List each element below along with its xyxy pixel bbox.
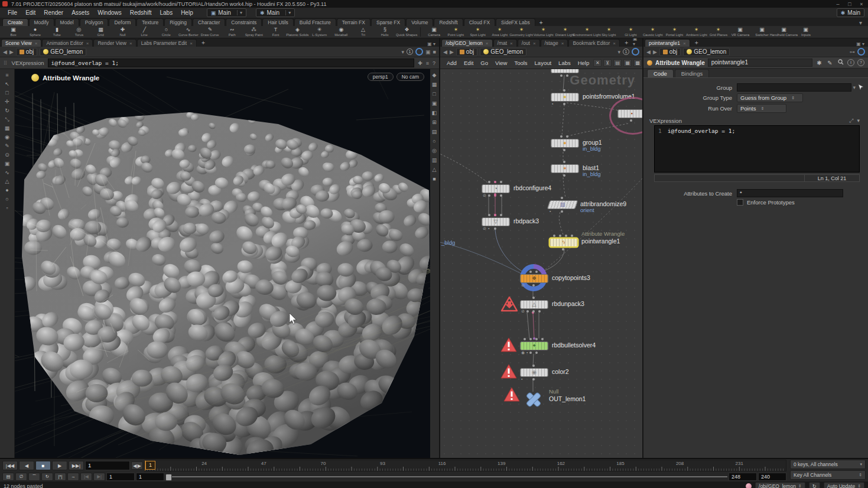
- frame-step-buttons[interactable]: ◀|▶: [131, 461, 143, 470]
- close-icon[interactable]: ×: [35, 41, 38, 46]
- context-dropdown[interactable]: /obj/GEO_lemon ⇕: [755, 482, 805, 488]
- global-end-field[interactable]: 240: [758, 473, 786, 481]
- output-connector[interactable]: [563, 103, 565, 105]
- node-color2[interactable]: ◉color2▪: [520, 368, 548, 377]
- input-connector[interactable]: [535, 271, 538, 273]
- forward-icon[interactable]: ▶: [450, 49, 454, 55]
- path-node-chip[interactable]: GEO_lemon: [40, 48, 86, 56]
- tab-render-view[interactable]: Render View×: [93, 39, 136, 47]
- node-body[interactable]: ✶: [551, 164, 579, 173]
- tab-code[interactable]: Code: [647, 69, 674, 77]
- output-connector[interactable]: [538, 310, 541, 313]
- tool-area-light[interactable]: ✶Area Light: [489, 27, 511, 37]
- pane-menu-icon[interactable]: ▣ ▾: [633, 38, 641, 47]
- output-connector[interactable]: [562, 248, 564, 250]
- output-connector[interactable]: [561, 210, 563, 213]
- node-body[interactable]: ◔: [482, 184, 510, 193]
- net-menu-view[interactable]: View: [492, 59, 510, 67]
- input-connector[interactable]: [532, 365, 535, 367]
- follow-playhead-button[interactable]: ▤: [2, 473, 14, 481]
- menu-redshift[interactable]: Redshift: [126, 9, 156, 17]
- input-connector[interactable]: [535, 338, 538, 340]
- output-connector[interactable]: [532, 378, 535, 380]
- toolbar-icon[interactable]: ✕: [593, 59, 602, 67]
- info-icon[interactable]: i: [847, 59, 854, 66]
- shelf-tab-hair-utils[interactable]: Hair Utils: [262, 18, 293, 26]
- node-body[interactable]: △: [520, 300, 548, 309]
- range-left-button[interactable]: |◀: [80, 473, 92, 481]
- path-dropdown-icon[interactable]: ▾: [402, 49, 405, 55]
- tool-point-light[interactable]: ✶Point Light: [445, 27, 467, 37]
- path-root-chip[interactable]: obj: [456, 48, 477, 56]
- node-rbdunpack3[interactable]: △rbdunpack3⊘▪: [520, 300, 548, 309]
- close-icon[interactable]: ×: [613, 41, 616, 46]
- viewport-display-icon-10[interactable]: △: [433, 167, 437, 173]
- viewport-tool-icon-1[interactable]: ↖: [5, 82, 9, 87]
- tool-circle[interactable]: ○Circle: [155, 27, 177, 37]
- close-icon[interactable]: ×: [86, 41, 89, 46]
- shelf-tab-rigging[interactable]: Rigging: [164, 18, 192, 26]
- tool-vr-camera[interactable]: ▣VR Camera: [729, 27, 751, 37]
- tool-inputs[interactable]: ▣Inputs: [795, 27, 817, 37]
- net-menu-add[interactable]: Add: [444, 59, 460, 67]
- viewport-tool-icon-11[interactable]: ∿: [5, 170, 9, 175]
- audio-button[interactable]: ∅: [15, 473, 27, 481]
- viewport-display-icon-0[interactable]: ◆: [433, 73, 437, 78]
- tool-sky-light[interactable]: ✶Sky Light: [598, 27, 620, 37]
- camera-select-pill[interactable]: No cam: [396, 73, 424, 81]
- tab-animation-editor[interactable]: Animation Editor×: [42, 39, 93, 47]
- jump-start-button[interactable]: |◀◀: [2, 461, 18, 470]
- node-blast1[interactable]: ✶blast1in_bldg: [551, 164, 579, 173]
- node-name-field[interactable]: pointwrangle1: [708, 58, 812, 67]
- input-connector[interactable]: [560, 135, 563, 138]
- viewport-3d[interactable]: Attribute Wrangle persp1 No cam: [15, 69, 429, 458]
- path-root-chip[interactable]: obj: [16, 48, 37, 56]
- shelf-tab-cloud-fx[interactable]: Cloud FX: [464, 18, 495, 26]
- snapshot-icon[interactable]: 1: [623, 48, 629, 55]
- output-connector[interactable]: [532, 310, 535, 313]
- node-pointsfromvolume1[interactable]: ●pointsfromvolume1▪: [551, 93, 579, 102]
- stop-button[interactable]: ■: [35, 461, 51, 470]
- tool-sphere[interactable]: ●Sphere: [24, 27, 46, 37]
- tool-box[interactable]: ▣Box: [2, 27, 24, 37]
- viewport-display-icon-6[interactable]: ▤: [432, 129, 437, 135]
- tool-path[interactable]: ∾Path: [221, 27, 243, 37]
- viewport-tool-icon-4[interactable]: ↻: [5, 108, 9, 113]
- integer-frames-button[interactable]: |*|: [54, 473, 66, 481]
- pane-menu-icon[interactable]: ▣ ▾: [856, 41, 867, 47]
- timeline-ruler[interactable]: 1 24477093116139162185208231: [144, 460, 786, 471]
- editor-search-field[interactable]: [654, 174, 805, 182]
- node-flag-badge[interactable]: ⊘: [521, 283, 525, 288]
- net-menu-help[interactable]: Help: [575, 59, 593, 67]
- node-rbdpack3[interactable]: ▽rbdpack3⊘▪: [482, 217, 510, 226]
- keys-summary-dropdown[interactable]: 0 keys, All channels ▾: [790, 460, 866, 469]
- group-type-select[interactable]: Guess from Group ⇕: [737, 93, 803, 102]
- group-input[interactable]: [737, 83, 851, 92]
- tab-bookmark-editor[interactable]: Bookmark Editor×: [568, 39, 620, 47]
- desktop-selector[interactable]: ▣ Main ▾: [207, 8, 246, 17]
- input-connector[interactable]: [541, 338, 544, 340]
- close-icon[interactable]: ×: [683, 41, 686, 46]
- display-mode-icon[interactable]: ▤: [613, 59, 622, 67]
- close-icon[interactable]: ×: [510, 41, 513, 46]
- add-tab-button[interactable]: ＋: [691, 38, 703, 47]
- viewport-tool-icon-5[interactable]: ⤡: [5, 117, 9, 122]
- input-connector[interactable]: [563, 89, 565, 92]
- viewport-display-icon-9[interactable]: ▥: [432, 158, 437, 163]
- shelf-tab-create[interactable]: Create: [2, 18, 28, 26]
- tool-tube[interactable]: ▮Tube: [46, 27, 68, 37]
- input-connector[interactable]: [559, 235, 561, 237]
- shelf-tab-polygon[interactable]: Polygon: [80, 18, 109, 26]
- right-desktop-selector[interactable]: ✱ Main: [837, 8, 864, 17]
- node-flag-badge[interactable]: ▪: [526, 309, 528, 314]
- pane-menu-icon[interactable]: ▣ ▾: [427, 41, 438, 47]
- output-connector[interactable]: [560, 74, 563, 77]
- shelf-tab-deform[interactable]: Deform: [109, 18, 136, 26]
- net-menu-tools[interactable]: Tools: [511, 59, 530, 67]
- path-node-chip[interactable]: GEO_lemon: [480, 48, 526, 56]
- recook-button[interactable]: ↻: [809, 482, 820, 488]
- current-frame-field[interactable]: 1: [85, 461, 130, 470]
- tool-platonic-solids[interactable]: ◈Platonic Solids: [287, 27, 308, 37]
- viewport-tool-icon-12[interactable]: △: [5, 179, 9, 184]
- tool-torus[interactable]: ◎Torus: [68, 27, 90, 37]
